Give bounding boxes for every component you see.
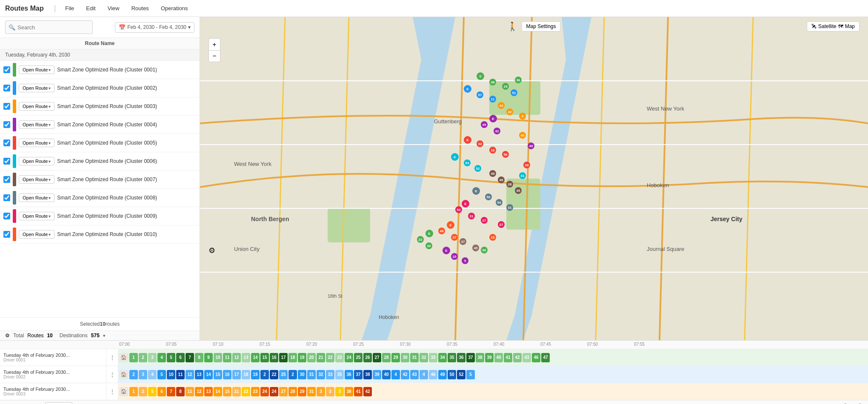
stop-0-19[interactable]: 20 [307,353,316,362]
stop-2-13[interactable]: 23 [251,387,260,396]
stop-0-26[interactable]: 27 [373,353,381,362]
stop-0-4[interactable]: 5 [167,353,175,362]
stop-0-27[interactable]: 28 [382,353,391,362]
driver-menu-2[interactable]: ⋮ [109,388,115,395]
stop-1-15[interactable]: 22 [270,370,278,379]
stop-1-33[interactable]: 49 [438,370,447,379]
stop-1-10[interactable]: 16 [223,370,231,379]
stop-1-19[interactable]: 31 [307,370,316,379]
stop-0-23[interactable]: 24 [345,353,353,362]
stop-0-29[interactable]: 30 [401,353,409,362]
stop-2-18[interactable]: 29 [298,387,306,396]
zoom-all-button[interactable]: Zoom All [45,402,73,404]
stop-2-12[interactable]: 22 [242,387,250,396]
stop-1-12[interactable]: 18 [242,370,250,379]
stop-1-26[interactable]: 39 [373,370,381,379]
stop-1-23[interactable]: 36 [345,370,353,379]
stop-0-24[interactable]: 25 [354,353,363,362]
route-checkbox-2[interactable] [3,85,10,91]
route-checkbox-5[interactable] [3,139,10,146]
route-checkbox-10[interactable] [3,231,10,238]
stop-1-30[interactable]: 43 [410,370,419,379]
stop-0-10[interactable]: 11 [223,353,231,362]
menu-edit[interactable]: Edit [83,3,98,13]
stop-0-43[interactable]: 46 [532,353,540,362]
stop-2-1[interactable]: 2 [139,387,147,396]
date-picker[interactable]: 📅 Feb 4, 2030 - Feb 4, 2030 ▾ [115,22,194,33]
stop-1-35[interactable]: 52 [457,370,465,379]
open-route-button-6[interactable]: Open Route ▾ [19,157,54,165]
stop-0-34[interactable]: 35 [448,353,456,362]
stop-1-29[interactable]: 42 [401,370,409,379]
stop-1-3[interactable]: 5 [157,370,166,379]
open-route-button-10[interactable]: Open Route ▾ [19,230,54,239]
zoom-in-button[interactable]: + [208,38,220,50]
route-checkbox-7[interactable] [3,176,10,183]
stop-0-14[interactable]: 15 [260,353,269,362]
stop-1-31[interactable]: 4 [420,370,428,379]
map-gear-icon[interactable]: ⚙ [208,246,215,255]
driver-menu-1[interactable]: ⋮ [109,371,115,378]
stop-1-9[interactable]: 15 [214,370,222,379]
open-route-button-4[interactable]: Open Route ▾ [19,120,54,129]
stop-0-3[interactable]: 4 [157,353,166,362]
stop-2-24[interactable]: 41 [354,387,363,396]
stop-0-38[interactable]: 39 [485,353,494,362]
stop-0-12[interactable]: 13 [242,353,250,362]
stop-1-11[interactable]: 17 [232,370,241,379]
stop-0-20[interactable]: 21 [317,353,325,362]
open-route-button-1[interactable]: Open Route ▾ [19,65,54,74]
stop-0-16[interactable]: 17 [279,353,288,362]
stop-0-13[interactable]: 14 [251,353,260,362]
stop-1-25[interactable]: 38 [363,370,372,379]
stop-0-37[interactable]: 38 [476,353,484,362]
stop-2-16[interactable]: 27 [279,387,288,396]
stop-2-14[interactable]: 24 [260,387,269,396]
stop-1-36[interactable]: 5 [466,370,475,379]
stop-0-21[interactable]: 22 [326,353,334,362]
gear-icon[interactable]: ⚙ [5,333,10,339]
stop-1-4[interactable]: 10 [167,370,175,379]
stop-2-9[interactable]: 14 [214,387,222,396]
route-checkbox-4[interactable] [3,121,10,128]
destinations-expand-icon[interactable]: ▾ [103,333,106,339]
stop-0-15[interactable]: 16 [270,353,278,362]
person-icon[interactable]: 🚶 [507,21,518,31]
stop-0-5[interactable]: 6 [176,353,185,362]
route-checkbox-3[interactable] [3,103,10,110]
stop-0-30[interactable]: 31 [410,353,419,362]
stop-0-25[interactable]: 26 [363,353,372,362]
stop-0-31[interactable]: 32 [420,353,428,362]
zoom-out-button[interactable]: − [208,50,220,62]
stop-1-20[interactable]: 32 [317,370,325,379]
stop-0-35[interactable]: 36 [457,353,465,362]
menu-view[interactable]: View [105,3,122,13]
search-input[interactable] [5,20,93,34]
stop-0-22[interactable]: 23 [335,353,344,362]
route-checkbox-6[interactable] [3,158,10,165]
route-checkbox-9[interactable] [3,213,10,219]
route-checkbox-1[interactable] [3,66,10,73]
stop-1-21[interactable]: 33 [326,370,334,379]
driver-menu-0[interactable]: ⋮ [109,354,115,361]
stop-2-4[interactable]: 7 [167,387,175,396]
stop-0-11[interactable]: 12 [232,353,241,362]
stop-2-15[interactable]: 24 [270,387,278,396]
stop-0-32[interactable]: 33 [429,353,437,362]
map-settings-button[interactable]: Map Settings [521,21,560,31]
stop-2-11[interactable]: 21 [232,387,241,396]
stop-2-17[interactable]: 28 [288,387,297,396]
stop-1-16[interactable]: 25 [279,370,288,379]
stop-2-0[interactable]: 1 [129,387,138,396]
stop-0-33[interactable]: 34 [438,353,447,362]
stop-1-32[interactable]: 46 [429,370,437,379]
stop-2-5[interactable]: 8 [176,387,185,396]
stop-0-8[interactable]: 9 [204,353,213,362]
stop-1-1[interactable]: 3 [139,370,147,379]
stop-1-7[interactable]: 13 [195,370,203,379]
stop-1-22[interactable]: 35 [335,370,344,379]
stop-0-42[interactable]: 43 [523,353,531,362]
menu-operations[interactable]: Operations [158,3,191,13]
stop-2-20[interactable]: 3 [317,387,325,396]
route-checkbox-8[interactable] [3,194,10,201]
